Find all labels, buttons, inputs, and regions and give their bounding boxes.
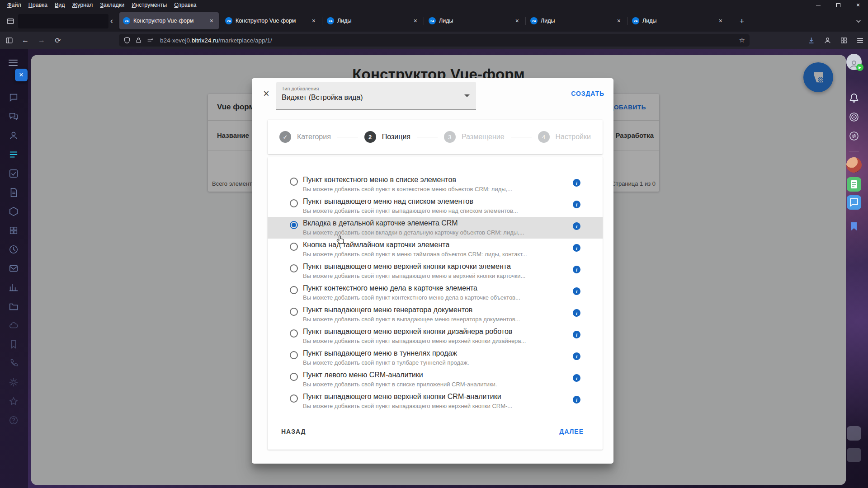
option-robot-designer-menu[interactable]: Пункт выпадающего меню верхней кнопки ди…	[268, 325, 603, 347]
app-menu-hamburger-icon[interactable]	[853, 34, 867, 47]
menu-edit[interactable]: Правка	[25, 2, 51, 8]
back-icon[interactable]: ←	[18, 34, 33, 47]
mail-icon[interactable]	[9, 263, 19, 273]
option-card-top-button-menu[interactable]: Пункт выпадающего меню верхней кнопки ка…	[268, 260, 603, 282]
tasks-icon[interactable]	[9, 169, 19, 178]
option-doc-generator-menu[interactable]: Пункт выпадающего меню генератора докуме…	[268, 304, 603, 325]
create-button[interactable]: СОЗДАТЬ	[571, 90, 604, 97]
calendar-icon[interactable]	[9, 244, 19, 254]
info-icon[interactable]: i	[573, 309, 580, 317]
info-icon[interactable]: i	[573, 331, 580, 338]
telephony-icon[interactable]	[9, 358, 19, 368]
menu-tools[interactable]: Инструменты	[128, 2, 170, 8]
info-icon[interactable]: i	[573, 179, 580, 187]
contact-icon[interactable]	[9, 131, 19, 141]
window-close-button[interactable]: ×	[848, 0, 868, 10]
option-timeline-button[interactable]: Кнопка над таймлайном карточки элемента …	[268, 239, 603, 260]
tab-leads-1[interactable]: 24 Лиды ×	[323, 12, 423, 29]
radio-button[interactable]	[290, 351, 298, 359]
tab-close-icon[interactable]: ×	[717, 17, 724, 24]
option-crm-analytics-top-button[interactable]: Пункт выпадающего меню верхней кнопки CR…	[268, 390, 603, 412]
storage-folder-icon[interactable]	[9, 301, 19, 311]
bookmark-blue-icon[interactable]	[846, 219, 862, 234]
tab-leads-2[interactable]: 24 Лиды ×	[425, 12, 524, 29]
slider-close-button[interactable]: ×	[15, 69, 28, 81]
scroll-tabs-left-icon[interactable]: ‹	[110, 16, 113, 25]
hidden-panel-icon-2[interactable]	[846, 447, 862, 463]
menu-history[interactable]: Журнал	[69, 2, 97, 8]
chat-sync-icon[interactable]	[846, 128, 862, 144]
bookmark-star-icon[interactable]: ☆	[739, 36, 745, 44]
tab-close-icon[interactable]: ×	[615, 17, 623, 24]
menu-bookmarks[interactable]: Закладки	[96, 2, 128, 8]
tab-close-icon[interactable]: ×	[514, 17, 521, 24]
tab-close-icon[interactable]: ×	[208, 17, 215, 24]
next-button[interactable]: ДАЛЕЕ	[559, 428, 584, 435]
tab-leads-3[interactable]: 24 Лиды ×	[527, 12, 626, 29]
info-icon[interactable]: i	[573, 244, 580, 252]
info-icon[interactable]: i	[573, 266, 580, 273]
info-icon[interactable]: i	[573, 396, 580, 404]
info-icon[interactable]: i	[573, 352, 580, 360]
chat-icon[interactable]	[9, 93, 19, 103]
extensions-icon[interactable]	[836, 34, 851, 47]
type-select[interactable]: Тип добавления Виджет (Встройка вида)	[276, 82, 476, 110]
downloads-icon[interactable]	[804, 34, 818, 47]
window-minimize-button[interactable]	[808, 0, 828, 10]
site-permissions-icon[interactable]	[146, 37, 154, 44]
menu-help[interactable]: Справка	[170, 2, 200, 8]
forward-icon[interactable]: →	[34, 34, 49, 47]
reload-icon[interactable]: ⟳	[51, 34, 65, 47]
documents-icon[interactable]	[9, 188, 19, 197]
hidden-panel-icon[interactable]	[846, 426, 862, 441]
contact-avatar[interactable]	[846, 157, 862, 173]
radio-button[interactable]	[290, 329, 298, 338]
app-blue-icon[interactable]	[846, 195, 862, 210]
info-icon[interactable]: i	[573, 374, 580, 382]
option-dropdown-above-list[interactable]: Пункт выпадающего меню над списком элеме…	[268, 195, 603, 217]
tab-constructor-2[interactable]: 24 Конструктор Vue-форм ×	[222, 12, 321, 29]
list-all-tabs-icon[interactable]	[856, 18, 861, 23]
apps-hex-icon[interactable]	[9, 206, 19, 216]
radio-button[interactable]	[290, 394, 298, 403]
messenger-icon[interactable]	[9, 112, 19, 122]
menu-view[interactable]: Вид	[51, 2, 69, 8]
tab-constructor-1[interactable]: 24 Конструктор Vue-форм ×	[119, 12, 219, 29]
option-sales-tunnels-menu[interactable]: Пункт выпадающего меню в туннелях продаж…	[268, 347, 603, 369]
sidebar-toggle-icon[interactable]	[2, 34, 16, 47]
connection-lock-icon[interactable]	[135, 37, 142, 44]
tab-leads-4[interactable]: 24 Лиды ×	[628, 12, 728, 29]
tab-close-icon[interactable]: ×	[412, 17, 419, 24]
info-icon[interactable]: i	[573, 287, 580, 295]
radio-button[interactable]	[290, 199, 298, 207]
info-icon[interactable]: i	[573, 222, 580, 230]
grid-icon[interactable]	[9, 225, 19, 235]
menu-file[interactable]: Файл	[4, 2, 25, 8]
firefox-view-icon[interactable]	[5, 15, 16, 27]
focus-target-icon[interactable]	[846, 109, 862, 125]
option-detail-card-tab[interactable]: Вкладка в детальной карточке элемента CR…	[268, 217, 603, 239]
info-icon[interactable]: i	[573, 201, 580, 208]
radio-button[interactable]	[290, 243, 298, 251]
back-button[interactable]: НАЗАД	[281, 428, 306, 435]
bookmark-icon[interactable]	[9, 339, 19, 349]
radio-button[interactable]	[290, 286, 298, 294]
settings-gear-icon[interactable]	[9, 377, 19, 387]
radio-button[interactable]	[290, 264, 298, 272]
document-green-icon[interactable]	[846, 177, 862, 192]
favorites-star-icon[interactable]	[9, 396, 19, 406]
radio-button[interactable]	[290, 308, 298, 316]
notifications-bell-icon[interactable]	[846, 90, 862, 106]
sidebar-menu-icon[interactable]	[9, 60, 18, 66]
crm-chart-icon[interactable]	[9, 282, 19, 292]
radio-button[interactable]	[290, 373, 298, 381]
option-crm-analytics-left-menu[interactable]: Пункт левого меню CRM-аналитики Вы может…	[268, 369, 603, 390]
tab-close-icon[interactable]: ×	[310, 17, 317, 24]
window-maximize-button[interactable]	[828, 0, 848, 10]
dialog-close-icon[interactable]: ×	[260, 87, 273, 100]
account-icon[interactable]	[820, 34, 835, 47]
new-tab-button[interactable]: +	[736, 15, 748, 27]
profile-avatar[interactable]: ▶	[846, 54, 862, 70]
radio-button[interactable]	[290, 178, 298, 186]
option-context-menu-list[interactable]: Пункт контекстного меню в списке элемент…	[268, 174, 603, 195]
